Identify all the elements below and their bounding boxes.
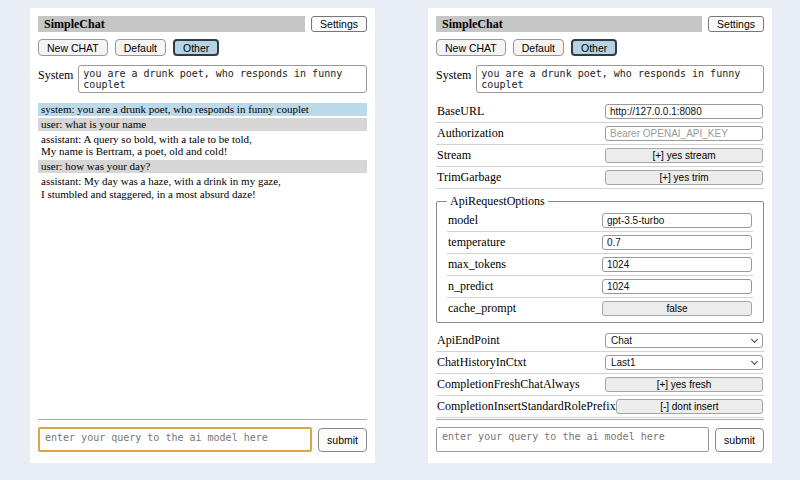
setting-trimgarbage-toggle-button[interactable]: [+] yes trim (605, 170, 763, 185)
setting-label: Authorization (437, 126, 504, 141)
query-input[interactable] (436, 427, 709, 452)
toolbar: New CHAT Default Other (38, 39, 367, 56)
chevron-down-icon (751, 358, 758, 365)
system-prompt-input[interactable]: you are a drunk poet, who responds in fu… (476, 65, 764, 93)
setting-label: cache_prompt (448, 301, 516, 316)
setting-label: ChatHistoryInCtxt (437, 355, 526, 370)
setting-row-max-tokens: max_tokens (447, 254, 753, 276)
select-value: Last1 (611, 357, 635, 368)
setting-row-cache-prompt: cache_promptfalse (447, 298, 753, 319)
settings-panel: SimpleChat Settings New CHAT Default Oth… (428, 8, 772, 463)
chevron-down-icon (751, 336, 758, 343)
setting-baseurl-input[interactable] (605, 104, 763, 119)
setting-label: CompletionInsertStandardRolePrefix (437, 399, 616, 414)
session-button-other[interactable]: Other (571, 39, 617, 56)
setting-authorization-input[interactable] (605, 126, 763, 141)
system-label: System (38, 65, 73, 93)
settings-rows-bottom: ApiEndPointChatChatHistoryInCtxtLast1Com… (436, 330, 764, 418)
setting-cache-prompt-toggle-button[interactable]: false (602, 301, 752, 316)
setting-row-trimgarbage: TrimGarbage[+] yes trim (436, 167, 764, 189)
setting-row-n-predict: n_predict (447, 276, 753, 298)
setting-completionfreshchatalways-toggle-button[interactable]: [+] yes fresh (605, 377, 763, 392)
chat-message-assistant: assistant: My day was a haze, with a dri… (38, 175, 367, 201)
setting-label: Stream (437, 148, 471, 163)
chat-message-system: system: you are a drunk poet, who respon… (38, 103, 367, 116)
chat-message-assistant: assistant: A query so bold, with a tale … (38, 133, 367, 159)
setting-temperature-input[interactable] (602, 235, 752, 250)
setting-label: n_predict (448, 279, 493, 294)
setting-label: BaseURL (437, 104, 484, 119)
session-button-other[interactable]: Other (173, 39, 219, 56)
divider (436, 419, 764, 420)
setting-row-model: model (447, 210, 753, 232)
setting-completioninsertstandardroleprefix-toggle-button[interactable]: [-] dont insert (616, 399, 763, 414)
setting-label: model (448, 213, 478, 228)
header: SimpleChat Settings (436, 16, 764, 32)
query-row: submit (38, 427, 367, 452)
chat-message-user: user: what is your name (38, 118, 367, 131)
settings-rows-fieldset: modeltemperaturemax_tokensn_predictcache… (447, 210, 753, 319)
new-chat-button[interactable]: New CHAT (436, 39, 506, 56)
divider (38, 419, 367, 420)
stage: SimpleChat Settings New CHAT Default Oth… (0, 0, 800, 463)
settings-rows-top: BaseURLAuthorizationStream[+] yes stream… (436, 101, 764, 189)
query-row: submit (436, 427, 764, 452)
chat-panel: SimpleChat Settings New CHAT Default Oth… (30, 8, 375, 463)
setting-label: CompletionFreshChatAlways (437, 377, 580, 392)
settings-list: BaseURLAuthorizationStream[+] yes stream… (436, 101, 764, 418)
app-title: SimpleChat (38, 16, 305, 32)
toolbar: New CHAT Default Other (436, 39, 764, 56)
setting-row-apiendpoint: ApiEndPointChat (436, 330, 764, 352)
setting-row-completioninsertstandardroleprefix: CompletionInsertStandardRolePrefix[-] do… (436, 396, 764, 418)
setting-row-stream: Stream[+] yes stream (436, 145, 764, 167)
settings-button[interactable]: Settings (708, 16, 764, 32)
setting-label: ApiEndPoint (437, 333, 500, 348)
setting-row-completionfreshchatalways: CompletionFreshChatAlways[+] yes fresh (436, 374, 764, 396)
app-title: SimpleChat (436, 16, 702, 32)
chat-messages: system: you are a drunk poet, who respon… (38, 103, 367, 202)
setting-label: temperature (448, 235, 505, 250)
session-button-default[interactable]: Default (115, 39, 166, 56)
header: SimpleChat Settings (38, 16, 367, 32)
api-request-options-legend: ApiRequestOptions (447, 194, 548, 209)
setting-max-tokens-input[interactable] (602, 257, 752, 272)
api-request-options-fieldset: ApiRequestOptions modeltemperaturemax_to… (436, 194, 764, 323)
new-chat-button[interactable]: New CHAT (38, 39, 108, 56)
setting-chathistoryinctxt-select[interactable]: Last1 (605, 355, 763, 370)
setting-label: TrimGarbage (437, 170, 501, 185)
setting-model-input[interactable] (602, 213, 752, 228)
submit-button[interactable]: submit (318, 428, 367, 452)
select-value: Chat (611, 335, 632, 346)
setting-stream-toggle-button[interactable]: [+] yes stream (605, 148, 763, 163)
system-prompt-row: System you are a drunk poet, who respond… (436, 65, 764, 93)
session-button-default[interactable]: Default (513, 39, 564, 56)
setting-row-chathistoryinctxt: ChatHistoryInCtxtLast1 (436, 352, 764, 374)
setting-row-authorization: Authorization (436, 123, 764, 145)
setting-apiendpoint-select[interactable]: Chat (605, 333, 763, 348)
settings-button[interactable]: Settings (311, 16, 367, 32)
chat-message-user: user: how was your day? (38, 160, 367, 173)
submit-button[interactable]: submit (715, 428, 764, 452)
system-label: System (436, 65, 471, 93)
setting-label: max_tokens (448, 257, 506, 272)
setting-n-predict-input[interactable] (602, 279, 752, 294)
setting-row-baseurl: BaseURL (436, 101, 764, 123)
system-prompt-row: System you are a drunk poet, who respond… (38, 65, 367, 93)
setting-row-temperature: temperature (447, 232, 753, 254)
query-input[interactable] (38, 427, 312, 452)
system-prompt-input[interactable]: you are a drunk poet, who responds in fu… (78, 65, 367, 93)
